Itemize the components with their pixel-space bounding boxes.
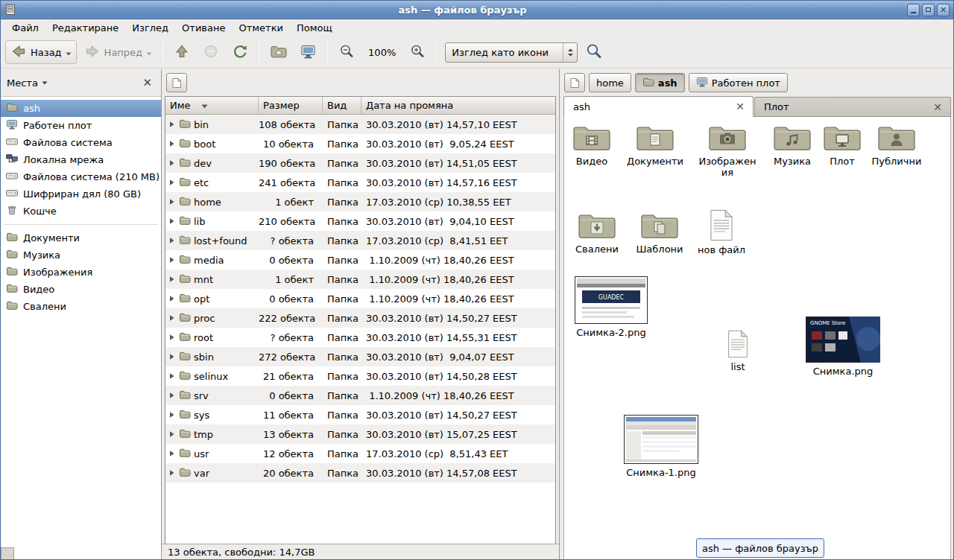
table-row[interactable]: lib210 обектаПапка30.03.2010 (вт) 9,04,1… <box>165 211 555 231</box>
titlebar[interactable]: ash — файлов браузър ✕ <box>1 1 953 19</box>
pathbar-button[interactable]: Работен плот <box>689 73 788 92</box>
zoom-out-button[interactable] <box>333 40 360 64</box>
expander-icon[interactable] <box>168 179 176 186</box>
minimize-button[interactable] <box>907 4 920 16</box>
search-button[interactable] <box>580 40 608 64</box>
file-item[interactable]: GNOME StoreСнимка.png <box>801 316 885 377</box>
table-row[interactable]: proc222 обектаПапка30.03.2010 (вт) 14,50… <box>165 308 555 328</box>
expander-icon[interactable] <box>168 159 176 167</box>
expander-icon[interactable] <box>168 430 176 438</box>
menu-item-view[interactable]: Изглед <box>125 20 175 36</box>
sidebar-item[interactable]: ash <box>1 100 161 117</box>
expander-icon[interactable] <box>168 140 176 147</box>
sidebar-close-button[interactable]: ✕ <box>139 77 155 89</box>
table-row[interactable]: etc241 обектаПапка30.03.2010 (вт) 14,57,… <box>165 173 555 192</box>
menu-item-help[interactable]: Помощ <box>290 20 339 36</box>
file-item[interactable]: list <box>713 327 762 372</box>
column-header[interactable]: Размер <box>259 97 323 114</box>
tab-ash[interactable]: ash✕ <box>563 96 754 117</box>
expander-icon[interactable] <box>168 237 176 244</box>
expander-icon[interactable] <box>168 411 176 419</box>
file-item[interactable]: Музика <box>765 121 819 167</box>
tab-close-icon[interactable]: ✕ <box>931 102 944 112</box>
view-mode-select[interactable]: Изглед като икони <box>445 42 578 63</box>
table-row[interactable]: dev190 обектаПапка30.03.2010 (вт) 14,51,… <box>165 153 555 173</box>
expander-icon[interactable] <box>168 198 176 206</box>
sidebar-item[interactable]: Свалени <box>1 298 161 315</box>
table-row[interactable]: bin108 обектаПапка30.03.2010 (вт) 14,57,… <box>165 115 555 134</box>
taskbar-window-button[interactable]: ash — файлов браузър <box>696 538 824 558</box>
file-item[interactable]: Документи <box>627 121 683 167</box>
column-header[interactable]: Име <box>165 97 259 114</box>
table-row[interactable]: boot10 обектаПапка30.03.2010 (вт) 9,05,2… <box>165 134 555 153</box>
places-selector[interactable]: Места <box>7 77 48 89</box>
up-button[interactable] <box>168 40 195 64</box>
back-button[interactable]: Назад <box>5 40 77 64</box>
pathbar-button[interactable]: home <box>589 73 631 92</box>
table-row[interactable]: home1 обектПапка17.03.2010 (ср) 10,38,55… <box>165 192 555 211</box>
table-row[interactable]: lost+found? обектаПапка17.03.2010 (ср) 8… <box>165 231 555 250</box>
computer-button[interactable] <box>295 40 322 64</box>
file-item[interactable]: Плот <box>818 121 867 167</box>
location-root-button[interactable] <box>166 73 187 92</box>
expander-icon[interactable] <box>168 372 176 380</box>
expander-icon[interactable] <box>168 353 176 360</box>
location-root-button[interactable] <box>564 73 585 92</box>
home-button[interactable] <box>265 40 293 64</box>
sidebar-item[interactable]: Файлова система <box>1 134 161 151</box>
expander-icon[interactable] <box>168 276 176 283</box>
zoom-in-button[interactable] <box>404 40 431 64</box>
file-item[interactable]: Снимка-1.png <box>619 415 703 478</box>
file-item[interactable]: Свалени <box>570 209 624 255</box>
file-item[interactable]: Публични <box>870 121 923 167</box>
column-header[interactable]: Дата на промяна <box>361 97 555 114</box>
expander-icon[interactable] <box>168 121 176 128</box>
table-row[interactable]: srv0 обектаПапка 1.10.2009 (чт) 18,40,26… <box>165 386 555 405</box>
sidebar-item[interactable]: Локална мрежа <box>1 151 161 168</box>
tab-Плот[interactable]: Плот✕ <box>754 97 951 116</box>
file-item[interactable]: Изображения <box>698 121 756 178</box>
table-row[interactable]: media0 обектаПапка 1.10.2009 (чт) 18,40,… <box>165 250 555 270</box>
menu-item-edit[interactable]: Редактиране <box>45 20 125 36</box>
maximize-button[interactable] <box>922 4 935 16</box>
file-item[interactable]: Видео <box>564 121 619 167</box>
forward-button[interactable]: Напред <box>79 40 157 64</box>
expander-icon[interactable] <box>168 217 176 225</box>
column-header[interactable]: Вид <box>323 97 361 114</box>
pathbar-button[interactable]: ash <box>635 73 685 92</box>
table-row[interactable]: tmp13 обектаПапка30.03.2010 (вт) 15,07,2… <box>165 424 555 444</box>
expander-icon[interactable] <box>168 256 176 264</box>
sidebar-item[interactable]: Кошче <box>1 203 161 220</box>
sidebar-item[interactable]: Музика <box>1 246 161 264</box>
expander-icon[interactable] <box>168 334 176 341</box>
file-item[interactable]: Шаблони <box>633 209 686 255</box>
expander-icon[interactable] <box>168 392 176 399</box>
menu-item-go[interactable]: Отиване <box>175 20 232 36</box>
sidebar-item[interactable]: Шифриран дял (80 GB) <box>1 185 161 203</box>
expander-icon[interactable] <box>168 314 176 322</box>
sidebar-item[interactable]: Документи <box>1 229 161 246</box>
expander-icon[interactable] <box>168 450 176 457</box>
table-row[interactable]: sys11 обектаПапка30.03.2010 (вт) 14,50,2… <box>165 405 555 424</box>
table-row[interactable]: mnt1 обектПапка 1.10.2009 (чт) 18,40,26 … <box>165 270 555 289</box>
stop-button[interactable] <box>198 40 224 64</box>
menu-item-file[interactable]: Файл <box>5 20 45 36</box>
tab-close-icon[interactable]: ✕ <box>733 101 747 112</box>
close-button[interactable]: ✕ <box>937 4 950 16</box>
expander-icon[interactable] <box>168 469 176 477</box>
table-row[interactable]: usr12 обектаПапка17.03.2010 (ср) 8,51,43… <box>165 444 555 463</box>
table-row[interactable]: selinux21 обектаПапка30.03.2010 (вт) 14,… <box>165 366 555 386</box>
table-row[interactable]: sbin272 обектаПапка30.03.2010 (вт) 9,04,… <box>165 347 555 366</box>
expander-icon[interactable] <box>168 295 176 302</box>
sidebar-item[interactable]: Файлова система (210 MB) <box>1 168 161 185</box>
table-row[interactable]: root? обектаПапка30.03.2010 (вт) 14,55,3… <box>165 328 555 347</box>
sidebar-item[interactable]: Работен плот <box>1 117 161 134</box>
table-row[interactable]: var20 обектаПапка30.03.2010 (вт) 14,57,0… <box>165 463 555 483</box>
sidebar-item[interactable]: Изображения <box>1 264 161 281</box>
file-item[interactable]: GUADECСнимка-2.png <box>570 276 652 338</box>
reload-button[interactable] <box>227 40 253 64</box>
sidebar-item[interactable]: Видео <box>1 281 161 298</box>
menu-item-bookmarks[interactable]: Отметки <box>232 20 289 36</box>
table-row[interactable]: opt0 обектаПапка 1.10.2009 (чт) 18,40,26… <box>165 289 555 308</box>
file-item[interactable]: нов файл <box>695 209 748 255</box>
